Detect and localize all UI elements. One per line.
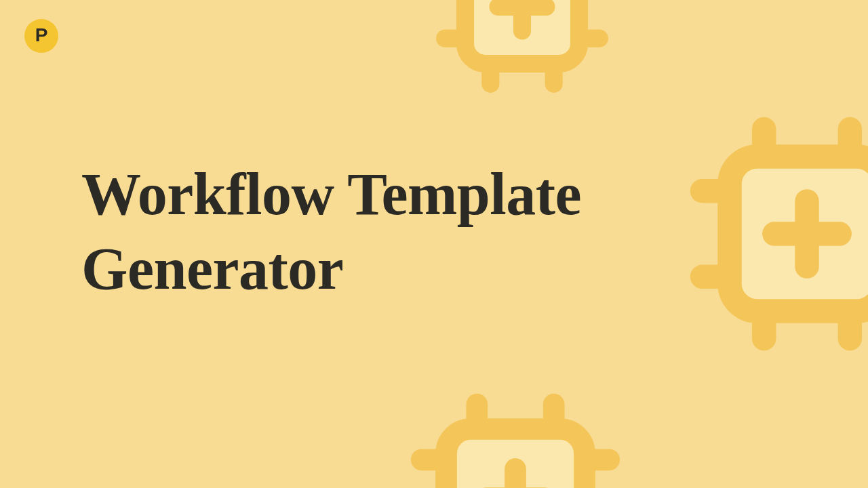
chip-icon [427, 0, 617, 102]
title-line-2: Generator [81, 236, 343, 302]
brand-logo-letter: P [35, 24, 48, 46]
brand-logo: P [24, 19, 58, 53]
page-title: Workflow Template Generator [81, 157, 581, 306]
chip-icon [400, 383, 631, 488]
title-line-1: Workflow Template [81, 161, 581, 227]
chip-icon [678, 105, 868, 363]
